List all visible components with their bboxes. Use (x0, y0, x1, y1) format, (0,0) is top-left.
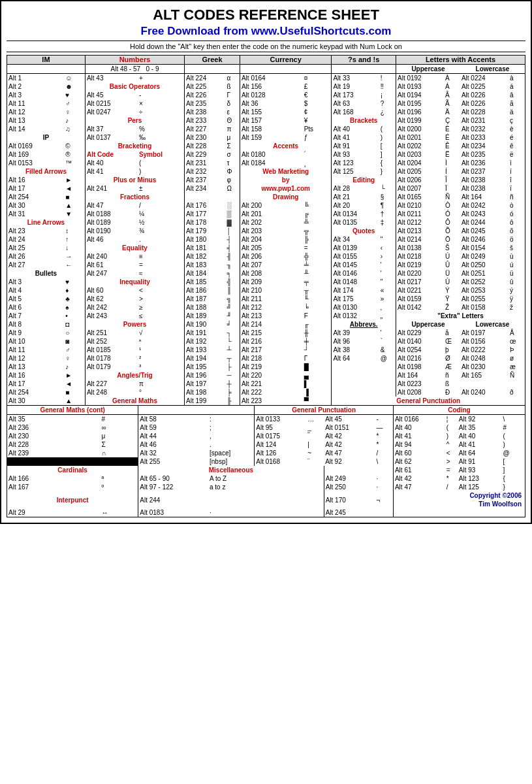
table-row: Alt 16► Plus or Minus Alt 237φ by Editin… (7, 176, 525, 184)
table-row: Alt 10◙ Alt 252ⁿ Alt 192└ Alt 216╪ Alt 9… (7, 337, 525, 346)
table-row: Alt 31▼ Alt 0188¼ Alt 177▒ Alt 201╔ Alt … (7, 210, 525, 218)
table-row: Alt 3♥ Inequality Alt 185╣ Alt 209╤ Alt … (7, 278, 525, 286)
table-row: Line Arrows Alt 0189½ Alt 178▓ Alt 202╩ … (7, 218, 525, 227)
table-row: Alt 255[nbsp] Alt 0168¨ Alt 92\ Alt 62> … (7, 457, 525, 466)
table-row: Alt 166ª Alt 65 - 90A to Z Alt 249· Alt … (7, 474, 525, 483)
table-row: Alt 11♂ Alt 0185¹ Alt 193┴ Alt 217┘ Alt … (7, 346, 525, 354)
instruction-text: Hold down the "Alt" key then enter the c… (7, 41, 525, 52)
table-row: Alt 7• Alt 243≤ Alt 189╜ Alt 213F Alt 01… (7, 312, 525, 320)
table-row: Interpunct Alt 244 Alt 170¬ Copyright ©2… (7, 491, 525, 508)
table-row: Alt 2☻ Basic Operators Alt 225ß Alt 156£… (7, 82, 525, 91)
table-row: Filled Arrows Alt 41) Alt 232Φ Web Marke… (7, 167, 525, 176)
table-row: Alt 4♦ Alt 60< Alt 186║ Alt 210╥ Alt 174… (7, 286, 525, 295)
table-row: Alt 11♂ Alt 0215× Alt 235δ Alt 36$ Alt 6… (7, 99, 525, 108)
bottom-table: General Maths (cont) General Punctuation… (7, 406, 525, 517)
table-row: Alt 167º Alt 97 - 122a to z Alt 250· Alt… (7, 483, 525, 491)
table-row: Alt 13♪ Pers Alt 233Θ Alt 157¥ Brackets … (7, 116, 525, 125)
table-row: Alt 17◄ Alt 241± Alt 234Ω www.pwp1.com A… (7, 184, 525, 193)
table-row: Alt 236∞ Alt 59; Alt 95_ Alt 0151— Alt 4… (7, 423, 525, 432)
page-title: ALT CODES REFERENCE SHEET (7, 7, 525, 24)
table-row: Alt 35# Alt 58: Alt 0133… Alt 45- Alt 01… (7, 415, 525, 424)
page-subtitle: Free Download from www.UsefulShortcuts.c… (7, 25, 525, 38)
table-row: Alt 1☺ Alt 43+ Alt 224α Alt 0164¤ Alt 33… (7, 74, 525, 83)
table-row: Alt 228Σ Alt 46. Alt 124| Alt 42* Alt 94… (7, 440, 525, 449)
table-row: Alt 5♣ Alt 62> Alt 187╗ Alt 211╙ Alt 175… (7, 295, 525, 303)
table-row: Alt 24↑ Alt 46. Alt 180┤ Alt 204╠ Alt 34… (7, 235, 525, 244)
table-row: Alt 12♀ Alt 0178² Alt 194┬ Alt 218Γ Alt … (7, 354, 525, 363)
table-row: Alt 230μ Alt 44, Alt 0175‾ Alt 42* Alt 4… (7, 432, 525, 440)
table-row: Alt 26→ Alt 240≡ Alt 182╢ Alt 206╬ Alt 0… (7, 252, 525, 261)
table-row: Alt 0153™ Alt 40( Alt 231τ Alt 0184¸ Alt… (7, 159, 525, 167)
page: ALT CODES REFERENCE SHEET Free Download … (0, 0, 532, 524)
table-row: Alt 14♫ Alt 37% Alt 227π Alt 158Pts Alt … (7, 125, 525, 133)
table-row: Alt 30▲ General Maths Alt 199╟ Alt 223▀ … (7, 397, 525, 406)
table-row: Alt 6♠ Alt 242≥ Alt 188╝ Alt 212╘ Alt 01… (7, 303, 525, 312)
table-row: Alt 16► Angles/Trig Alt 196─ Alt 220▄ Al… (7, 371, 525, 380)
table-row: IP Alt 0137‰ Alt 230μ Alt 159ƒ Alt 41) A… (7, 133, 525, 142)
table-row: Alt 13♪ Alt 0179³ Alt 195├ Alt 219█ Alt … (7, 363, 525, 371)
table-row: Alt 254■ Fractions Drawing Alt 21§ Alt 0… (7, 193, 525, 201)
table-row: Alt 9○ Alt 251√ Alt 191┐ Alt 215╫ Alt 39… (7, 329, 525, 337)
table-row: Alt 169® Alt CodeSymbol Alt 229σ Alt 018… (7, 150, 525, 159)
table-row: Cardinals Miscellaneous Alt 61= Alt 93] (7, 466, 525, 474)
table-row: Alt 239∩ Alt 32[space] Alt 126~ Alt 47/ … (7, 449, 525, 457)
main-table: IM Numbers Greek Currency ?s and !s Lett… (7, 55, 525, 406)
table-row: Alt 254■ Alt 248° Alt 198╞ Alt 222▐ Alt … (7, 388, 525, 397)
table-row: Alt 23↕ Alt 0190¾ Alt 179│ Alt 203╦ Quot… (7, 227, 525, 235)
table-row: Alt 25↓ Equality Alt 181╡ Alt 205= Alt 0… (7, 244, 525, 252)
table-row: Bullets Alt 247≈ Alt 184╕ Alt 208╨ Alt 0… (7, 269, 525, 278)
table-row: Alt 8◘ Powers Alt 190╛ Alt 214╓ Abbrevs.… (7, 320, 525, 329)
table-row: Alt 3♥ Alt 45- Alt 226Γ Alt 0128€ Alt 17… (7, 91, 525, 99)
table-row: Alt 12♀ Alt 0247÷ Alt 238ε Alt 155¢ Alt … (7, 108, 525, 116)
table-row: Alt 30▲ Alt 47/ Alt 176░ Alt 200╚ Alt 20… (7, 201, 525, 210)
table-row: Alt 27← Alt 61= Alt 183╖ Alt 207╧ Alt 01… (7, 261, 525, 269)
table-row: Alt 17◄ Alt 227π Alt 197┼ Alt 221▌ Alt 0… (7, 380, 525, 388)
table-row: Alt 0169© Bracketing Alt 228Σ Accents Al… (7, 142, 525, 150)
table-row: Alt 29↔ Alt 0183· Alt 245 (7, 508, 525, 517)
